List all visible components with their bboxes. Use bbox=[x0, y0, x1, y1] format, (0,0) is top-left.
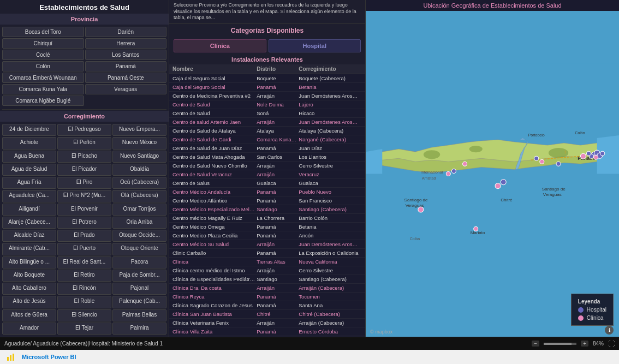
table-row[interactable]: Centro de Medicina Preventiva #2Arraiján… bbox=[169, 92, 365, 100]
corregimiento-btn[interactable]: El Peñón bbox=[57, 137, 111, 149]
corregimiento-btn[interactable]: El Piro N°2 (Mu... bbox=[57, 190, 111, 202]
corregimiento-btn[interactable]: Agua Buena bbox=[2, 151, 56, 163]
hospital-button[interactable]: Hospital bbox=[269, 39, 361, 52]
corregimiento-btn[interactable]: Palmas Bellas bbox=[112, 309, 166, 321]
provincia-btn-comarca_embera[interactable]: Comarca Emberá Wounaan bbox=[2, 73, 84, 83]
table-row[interactable]: Centro Médico Especializado MelilloSanti… bbox=[169, 205, 365, 214]
corregimiento-btn[interactable]: El Piro bbox=[57, 177, 111, 189]
corregimiento-btn[interactable]: Palenque (Cab... bbox=[112, 296, 166, 308]
table-row[interactable]: Centro de Salud Mata AhogadaSan CarlosLo… bbox=[169, 153, 365, 162]
corregimiento-btn[interactable]: Paja de Sombr... bbox=[112, 270, 166, 282]
corregimiento-btn[interactable]: Olá (Cabecera) bbox=[112, 190, 166, 202]
corregimiento-btn[interactable]: Pajonal bbox=[112, 283, 166, 295]
corregimiento-btn[interactable]: Almirante (Cab... bbox=[2, 243, 56, 255]
corregimiento-btn[interactable]: Palmira bbox=[112, 323, 166, 335]
table-row[interactable]: Clínica ReycaPanamáTocumen bbox=[169, 293, 365, 301]
zoom-slider[interactable] bbox=[544, 343, 576, 345]
corregimiento-btn[interactable]: Obaldía bbox=[112, 164, 166, 176]
corregimiento-btn[interactable]: Nuevo Empera... bbox=[112, 124, 166, 136]
corregimiento-btn[interactable]: Alto Boquete bbox=[2, 270, 56, 282]
corregimiento-btn[interactable]: El Roble bbox=[57, 296, 111, 308]
corregimiento-btn[interactable]: El Porvenir bbox=[57, 204, 111, 216]
provincia-btn-herrera[interactable]: Herrera bbox=[85, 38, 167, 49]
corregimiento-btn[interactable]: El Rincón bbox=[57, 283, 111, 295]
table-row[interactable]: Clínica Dra. Da costaArraijánArraiján (C… bbox=[169, 284, 365, 293]
table-row[interactable]: Caja del Seguro SocialBoqueteBoquete (Ca… bbox=[169, 74, 365, 83]
table-row[interactable]: Centro de Salud de AtalayaAtalayaAtalaya… bbox=[169, 127, 365, 135]
corregimiento-btn[interactable]: El Puerto bbox=[57, 243, 111, 255]
provincia-btn-comarca_kuna[interactable]: Comarca Kuna Yala bbox=[2, 84, 84, 94]
corregimiento-btn[interactable]: Nuevo México bbox=[112, 137, 166, 149]
corregimiento-btn[interactable]: Otoque Occide... bbox=[112, 230, 166, 242]
provincia-btn-cocle[interactable]: Coclé bbox=[2, 50, 84, 60]
table-row[interactable]: Centro Medico AtlánticoPanamáSan Francis… bbox=[169, 196, 365, 205]
provincia-btn-bocas[interactable]: Bocas del Toro bbox=[2, 27, 84, 37]
corregimiento-btn[interactable]: El Prado bbox=[57, 230, 111, 242]
table-row[interactable]: Centro Médico AndalucíaPanamáPueblo Nuev… bbox=[169, 188, 365, 196]
corregimiento-btn[interactable]: Omar Torrijos bbox=[112, 204, 166, 216]
table-row[interactable]: Centro de SaludNole DuimaLajero bbox=[169, 100, 365, 109]
table-row[interactable]: Clínica Sagrado Corazon de JesusPanamáSa… bbox=[169, 301, 365, 310]
table-row[interactable]: Clínica centro médico del IstmoArraijánC… bbox=[169, 266, 365, 275]
corregimiento-btn[interactable]: 24 de Diciembre bbox=[2, 124, 56, 136]
zoom-plus-btn[interactable]: + bbox=[581, 341, 588, 347]
table-row[interactable]: Clínica San Juan BautistaChitréChitré (C… bbox=[169, 310, 365, 319]
corregimiento-btn[interactable]: Achiote bbox=[2, 137, 56, 149]
table-row[interactable]: Centro médico Magally E RuizLa ChorreraB… bbox=[169, 214, 365, 223]
table-row[interactable]: Clínica Villa ZaitaPanamáErnesto Córdoba bbox=[169, 327, 365, 336]
table-row[interactable]: Centro Médico OmegaPanamáBetania bbox=[169, 223, 365, 231]
corregimiento-btn[interactable]: Alto Caballero bbox=[2, 283, 56, 295]
table-row[interactable]: Clínica Veterinaria FenixArraijánArraijá… bbox=[169, 319, 365, 327]
provincia-btn-darien[interactable]: Darién bbox=[85, 27, 167, 37]
corregimiento-btn[interactable]: Alto de Jesús bbox=[2, 296, 56, 308]
corregimiento-btn[interactable]: Pacora bbox=[112, 256, 166, 268]
corregimiento-btn[interactable]: Amador bbox=[2, 323, 56, 335]
corregimiento-btn[interactable]: Oria Arriba bbox=[112, 217, 166, 229]
corregimiento-btn[interactable]: El Picacho bbox=[57, 151, 111, 163]
corregimiento-btn[interactable]: El Real de Sant... bbox=[57, 256, 111, 268]
table-row[interactable]: Centro Medico Plaza CeciliaPanamáAncón bbox=[169, 231, 365, 240]
table-row[interactable]: Clínica de Especialidades PediátricasSan… bbox=[169, 275, 365, 284]
corregimiento-btn[interactable]: Alanje (Cabece... bbox=[2, 217, 56, 229]
provincia-btn-colon[interactable]: Colón bbox=[2, 61, 84, 71]
zoom-minus-btn[interactable]: − bbox=[532, 341, 539, 347]
table-row[interactable]: Centro de Salud de GardiComarca Kuna Yal… bbox=[169, 135, 365, 144]
corregimiento-btn[interactable]: Agua de Salud bbox=[2, 164, 56, 176]
provincia-btn-comarca_ngabe[interactable]: Comarca Ngäbe Buglé bbox=[2, 96, 84, 106]
corregimiento-btn[interactable]: Aguadulce (Ca... bbox=[2, 190, 56, 202]
corregimiento-btn[interactable]: Ailigandí bbox=[2, 204, 56, 216]
map-container[interactable]: Portobelo Colón Panamá Santiago de Verag… bbox=[366, 11, 619, 337]
provincia-btn-panama[interactable]: Panamá bbox=[85, 61, 167, 71]
table-row[interactable]: Centro de Salud Nuevo ChorrilloArraijánC… bbox=[169, 162, 365, 170]
corregimiento-btn[interactable]: Agua Fría bbox=[2, 177, 56, 189]
corregimiento-btn[interactable]: El Pedregoso bbox=[57, 124, 111, 136]
table-row[interactable]: Centro de Salud VeracruzArraijánVeracruz bbox=[169, 170, 365, 179]
footer-label[interactable]: Microsoft Power BI bbox=[22, 354, 76, 360]
corregimiento-btn[interactable]: El Picador bbox=[57, 164, 111, 176]
corregimiento-btn[interactable]: Ocú (Cabecera) bbox=[112, 177, 166, 189]
table-row[interactable]: Centro de SaludSonáHicaco bbox=[169, 109, 365, 118]
table-row[interactable]: Clinic CarballoPanamáLa Exposición o Cal… bbox=[169, 249, 365, 258]
corregimiento-btn[interactable]: Alto Bilingüe o ... bbox=[2, 256, 56, 268]
corregimiento-btn[interactable]: El Silencio bbox=[57, 309, 111, 321]
provincia-btn-chiriqui[interactable]: Chiriquí bbox=[2, 38, 84, 49]
corregimiento-btn[interactable]: El Retiro bbox=[57, 270, 111, 282]
table-row[interactable]: Centro de SalusGualacaGualaca bbox=[169, 179, 365, 188]
corregimiento-btn[interactable]: Otoque Oriente bbox=[112, 243, 166, 255]
clinica-button[interactable]: Clínica bbox=[174, 39, 266, 52]
table-row[interactable]: Centro Médico Su SaludArraijánJuan Demós… bbox=[169, 240, 365, 249]
expand-button[interactable]: ⛶ bbox=[608, 340, 615, 348]
corregimiento-btn[interactable]: Alcalde Díaz bbox=[2, 230, 56, 242]
table-row[interactable]: Caja del Seguro SocialPanamáBetania bbox=[169, 83, 365, 92]
provincia-btn-veraguas[interactable]: Veraguas bbox=[85, 84, 167, 94]
provincia-btn-los_santos[interactable]: Los Santos bbox=[85, 50, 167, 60]
table-row[interactable]: Centro de Salud de Juan DíazPanamáJuan D… bbox=[169, 144, 365, 153]
corregimiento-btn[interactable]: Nuevo Santiago bbox=[112, 151, 166, 163]
provincia-btn-panama_oeste[interactable]: Panamá Oeste bbox=[85, 73, 167, 83]
corregimiento-btn[interactable]: El Tejar bbox=[57, 323, 111, 335]
corregimiento-btn[interactable]: El Potrero bbox=[57, 217, 111, 229]
table-row[interactable]: ClínicaTierras AltasNueva California bbox=[169, 258, 365, 266]
map-info-button[interactable]: ℹ bbox=[605, 326, 614, 335]
corregimiento-btn[interactable]: Altos de Güera bbox=[2, 309, 56, 321]
table-row[interactable]: Centro de salud Artemio JaenArraijánJuan… bbox=[169, 118, 365, 127]
